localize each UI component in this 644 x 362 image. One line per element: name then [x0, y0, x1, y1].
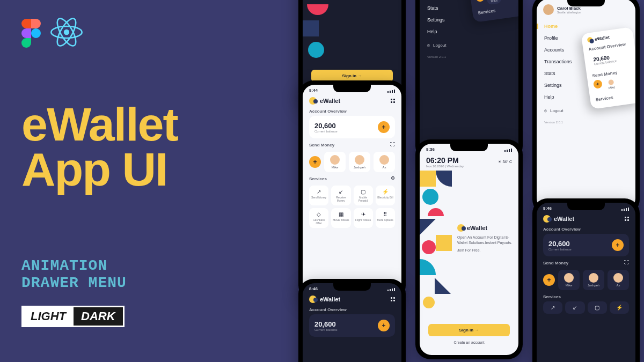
contact-card[interactable]: As [608, 270, 629, 290]
services-label: Services [543, 294, 629, 299]
overview-label: Account Overview [309, 307, 395, 312]
service-tile[interactable]: ⚡Electricity Bill [376, 186, 395, 205]
contact-card[interactable]: Mike [324, 152, 346, 172]
svg-point-0 [64, 29, 69, 35]
service-tile[interactable]: ⠿More Options [376, 208, 395, 228]
balance-value: 20,600 [314, 122, 338, 130]
balance-card: 20,600 Current balance + [309, 314, 395, 337]
add-funds-button[interactable]: + [378, 121, 390, 133]
service-tile[interactable]: ↗Send Money [309, 186, 328, 205]
service-tile[interactable]: ▢ [588, 301, 607, 314]
menu-icon[interactable] [625, 217, 629, 221]
balance-card: 20,600 Current balance + [309, 116, 395, 138]
weather-temp: ☀ 34° C [498, 160, 512, 164]
services-grid: ↗ ↙ ▢ ⚡ [543, 301, 629, 314]
user-location: Seattle, Washington [557, 11, 581, 14]
status-time: 8:44 [309, 88, 318, 93]
service-tile[interactable]: ◇Cashback Offer [309, 208, 328, 228]
balance-sub: Current balance [314, 328, 338, 331]
react-icon [50, 16, 83, 50]
create-account-link[interactable]: Create an account [428, 341, 510, 344]
send-money-label: Send Money [543, 261, 568, 265]
phone-dashboard-dark: 8:46 eWallet Account Overview 20,600 Cur… [532, 198, 640, 362]
subtitle-line-2: Drawer Menu [21, 275, 127, 292]
ewallet-logo-icon [309, 97, 317, 105]
service-tile[interactable]: ▢Mobile Prepaid [354, 186, 373, 205]
theme-light-label: LIGHT [23, 307, 74, 326]
drawer-item-home[interactable]: Home [544, 24, 628, 29]
ewallet-logo-icon [309, 295, 317, 303]
service-tile[interactable]: ⚡ [610, 301, 629, 314]
landing-join: Join For Free. [457, 246, 513, 253]
balance-card: 20,600 Current balance + [543, 234, 629, 256]
balance-sub: Current balance [548, 248, 572, 251]
hero-subtitle: Animation Drawer Menu [21, 257, 127, 292]
add-contact-button[interactable]: + [543, 274, 555, 286]
service-tile[interactable]: ↙ [565, 301, 584, 314]
add-contact-button[interactable]: + [475, 0, 485, 2]
status-time: 8:36 [426, 147, 435, 152]
status-time: 8:46 [543, 206, 552, 211]
theme-badge: LIGHT DARK [21, 306, 125, 327]
scan-icon[interactable]: ⛶ [624, 260, 629, 265]
phone-drawer-dark: Home Profile Accounts Transactions Stats… [415, 0, 523, 161]
contact-card[interactable]: As [374, 152, 395, 172]
phone-landing-light: 8:36 06:20 PM Nov.10.2020 | Wednesday ☀ … [415, 139, 523, 359]
contact-card[interactable]: Joshpeh [349, 152, 370, 172]
title-line-2: App UI [21, 147, 178, 192]
app-header: eWallet [543, 215, 629, 223]
status-time: 8:46 [309, 286, 318, 291]
send-money-label: Send Money [309, 143, 334, 147]
contacts-row: + Mike Joshpeh As [309, 152, 395, 172]
menu-icon[interactable] [391, 99, 395, 103]
ewallet-logo-icon [543, 215, 551, 223]
service-tile[interactable]: ↙Receive Money [331, 186, 350, 205]
phone-drawer-light: Carol Black Seattle, Washington Home Pro… [532, 0, 640, 215]
add-contact-button[interactable]: + [593, 79, 603, 89]
avatar [543, 4, 554, 15]
logout-button[interactable]: ⎋ Logout [420, 38, 518, 53]
app-header: eWallet [309, 295, 395, 303]
service-tile[interactable]: ✈Flight Tickets [354, 208, 373, 228]
app-name: eWallet [320, 98, 340, 104]
balance-value: 20,600 [314, 320, 338, 328]
filter-icon[interactable]: ⚙ [391, 175, 395, 181]
landing-date: Nov.10.2020 | Wednesday [426, 165, 464, 168]
scan-icon[interactable]: ⛶ [390, 142, 395, 147]
contact-card[interactable]: Mike [558, 270, 580, 290]
drawer-item-help[interactable]: Help [427, 29, 511, 34]
landing-time: 06:20 PM [426, 156, 464, 165]
contact-card[interactable]: Joshpeh [583, 270, 604, 290]
balance-value: 20,600 [548, 240, 572, 248]
subtitle-line-1: Animation [21, 257, 127, 275]
landing-tagline: Open An Account For Digital E-Wallet Sol… [457, 232, 513, 246]
app-name: eWallet [554, 216, 574, 222]
service-tile[interactable]: ↗ [543, 301, 562, 314]
add-funds-button[interactable]: + [612, 239, 624, 251]
services-label: Services [309, 176, 327, 181]
tool-logos [21, 16, 83, 50]
version-label: Version 2.0.1 [537, 119, 635, 126]
version-label: Version 2.0.1 [420, 53, 518, 61]
ewallet-logo-icon [457, 224, 465, 232]
menu-icon[interactable] [391, 297, 395, 301]
add-funds-button[interactable]: + [378, 320, 390, 331]
service-tile[interactable]: ▦Movie Tickets [331, 208, 350, 228]
hero-title: eWallet App UI [21, 102, 178, 191]
figma-icon [21, 19, 41, 48]
title-line-1: eWallet [21, 102, 178, 147]
contacts-row: + Mike Joshpeh As [543, 270, 629, 290]
add-contact-button[interactable]: + [309, 156, 321, 168]
app-header: eWallet [309, 97, 395, 105]
overview-label: Account Overview [543, 227, 629, 232]
app-name: eWallet [320, 296, 340, 302]
services-grid: ↗Send Money ↙Receive Money ▢Mobile Prepa… [309, 186, 395, 228]
phone-dashboard-dark-partial: 8:46 eWallet Account Overview 20,600 Cur… [298, 279, 406, 362]
overview-label: Account Overview [309, 109, 395, 114]
theme-dark-label: DARK [74, 307, 123, 326]
phone-dashboard-light: 8:44 eWallet Account Overview 20,600 Cur… [298, 80, 406, 300]
signin-button[interactable]: Sign in → [428, 324, 510, 336]
balance-sub: Current balance [314, 130, 338, 133]
